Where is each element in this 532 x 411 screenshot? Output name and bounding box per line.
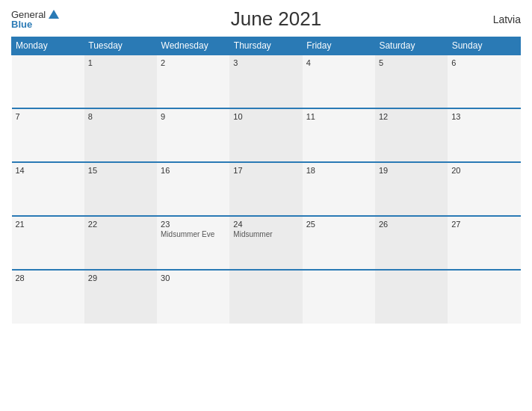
day-cell-w1-d2: 1 [84,55,157,108]
day-number: 25 [306,220,371,229]
week-row-5: 282930 [12,270,521,324]
day-cell-w4-d4: 24Midsummer [229,216,302,270]
week-row-1: 123456 [12,55,521,108]
calendar-container: General Blue June 2021 Latvia Monday Tue… [0,0,532,411]
day-cell-w1-d6: 5 [375,55,448,108]
day-number: 10 [233,112,298,121]
day-cell-w3-d7: 20 [448,162,520,216]
days-header-row: Monday Tuesday Wednesday Thursday Friday… [12,37,521,55]
day-cell-w3-d4: 17 [229,162,302,216]
week-row-3: 14151617181920 [12,162,521,216]
day-number: 24 [233,220,298,229]
day-cell-w5-d6 [375,270,448,324]
day-cell-w4-d5: 25 [303,216,375,270]
header-tuesday: Tuesday [84,37,157,55]
logo-blue-text: Blue [11,19,59,29]
header-wednesday: Wednesday [157,37,229,55]
day-number: 9 [161,112,226,121]
day-cell-w5-d3: 30 [157,270,229,324]
holiday-label: Midsummer [233,230,298,238]
day-number: 5 [379,58,444,67]
header-sunday: Sunday [448,37,520,55]
day-cell-w4-d6: 26 [375,216,448,270]
day-number: 30 [161,274,226,282]
day-number: 17 [233,166,298,175]
day-number: 22 [88,220,153,229]
day-cell-w3-d3: 16 [157,162,229,216]
day-number: 16 [161,166,226,175]
day-number: 6 [451,58,516,67]
day-number: 12 [379,112,444,121]
day-cell-w4-d3: 23Midsummer Eve [157,216,229,270]
day-cell-w5-d5 [303,270,375,324]
day-number: 1 [88,58,153,67]
header-friday: Friday [303,37,375,55]
day-cell-w4-d7: 27 [448,216,520,270]
day-cell-w2-d7: 13 [448,108,520,162]
logo-triangle-icon [49,10,59,19]
day-cell-w3-d5: 18 [303,162,375,216]
day-number: 15 [88,166,153,175]
day-cell-w5-d1: 28 [12,270,84,324]
day-number: 18 [306,166,371,175]
calendar-header: General Blue June 2021 Latvia [11,7,521,31]
day-cell-w1-d7: 6 [448,55,520,108]
day-cell-w1-d3: 2 [157,55,229,108]
day-number: 2 [161,58,226,67]
day-cell-w2-d6: 12 [375,108,448,162]
day-cell-w1-d4: 3 [229,55,302,108]
day-cell-w3-d1: 14 [12,162,84,216]
day-cell-w4-d2: 22 [84,216,157,270]
day-cell-w5-d7 [448,270,520,324]
calendar-table: Monday Tuesday Wednesday Thursday Friday… [11,37,521,324]
calendar-title: June 2021 [231,7,321,31]
logo-general-text: General [11,10,46,19]
country-label: Latvia [493,13,521,25]
day-number: 7 [16,112,81,121]
day-number: 29 [88,274,153,282]
day-number: 19 [379,166,444,175]
day-number: 28 [16,274,81,282]
day-cell-w2-d2: 8 [84,108,157,162]
header-saturday: Saturday [375,37,448,55]
header-monday: Monday [12,37,84,55]
holiday-label: Midsummer Eve [161,230,226,238]
day-cell-w2-d4: 10 [229,108,302,162]
day-number: 8 [88,112,153,121]
day-number: 21 [16,220,81,229]
day-cell-w1-d1 [12,55,84,108]
logo: General Blue [11,10,59,29]
day-number: 3 [233,58,298,67]
day-cell-w2-d1: 7 [12,108,84,162]
day-number: 14 [16,166,81,175]
day-cell-w1-d5: 4 [303,55,375,108]
day-number: 11 [306,112,371,121]
day-cell-w2-d3: 9 [157,108,229,162]
day-number: 26 [379,220,444,229]
header-thursday: Thursday [229,37,302,55]
day-cell-w5-d2: 29 [84,270,157,324]
day-cell-w3-d2: 15 [84,162,157,216]
day-cell-w5-d4 [229,270,302,324]
week-row-4: 212223Midsummer Eve24Midsummer252627 [12,216,521,270]
day-number: 20 [451,166,516,175]
day-number: 13 [451,112,516,121]
day-cell-w3-d6: 19 [375,162,448,216]
day-number: 27 [451,220,516,229]
day-cell-w2-d5: 11 [303,108,375,162]
day-number: 23 [161,220,226,229]
week-row-2: 78910111213 [12,108,521,162]
day-cell-w4-d1: 21 [12,216,84,270]
day-number: 4 [306,58,371,67]
